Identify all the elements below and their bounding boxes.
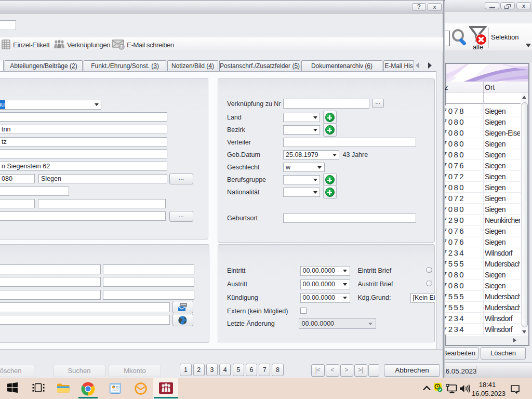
svg-text:@: @ <box>119 44 124 49</box>
